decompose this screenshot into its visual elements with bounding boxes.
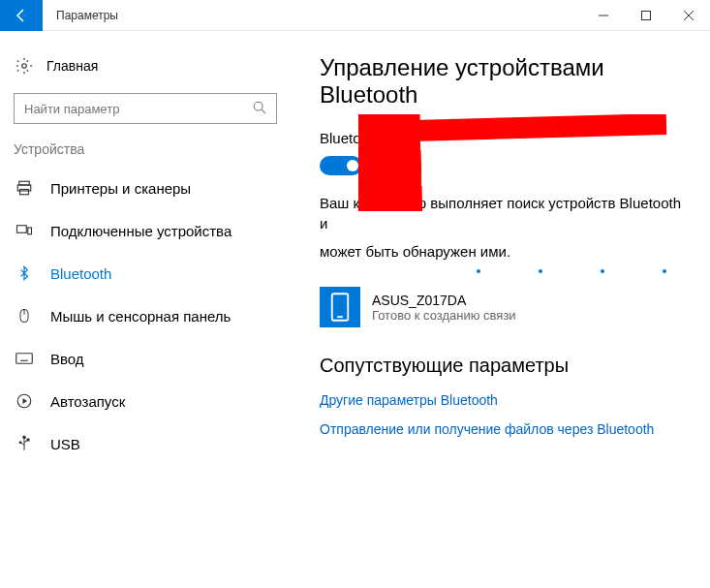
svg-point-4 [22,64,27,69]
sidebar-item-label: Мышь и сенсорная панель [35,308,231,325]
svg-rect-11 [28,228,32,234]
titlebar: Параметры [0,0,710,31]
search-description-1: Ваш компьютер выполняет поиск устройств … [320,193,687,233]
svg-rect-14 [16,354,33,364]
searching-indicator [320,269,687,273]
search-input-wrap[interactable] [14,93,277,124]
sidebar-item-mouse[interactable]: Мышь и сенсорная панель [0,294,291,337]
sidebar-home[interactable]: Главная [0,48,291,83]
bluetooth-toggle-row: Вкл. [320,156,687,175]
window-controls [582,0,710,31]
svg-point-23 [23,436,26,439]
device-name: ASUS_Z017DA [372,293,516,308]
send-receive-link[interactable]: Отправление или получение файлов через B… [320,421,687,437]
printer-icon [14,179,35,197]
sidebar-item-typing[interactable]: Ввод [0,337,291,380]
search-icon [253,101,266,117]
phone-icon [320,287,360,327]
sidebar-group-header: Устройства [0,141,291,167]
device-status: Готово к созданию связи [372,308,516,323]
toggle-state-label: Вкл. [374,158,403,174]
svg-line-6 [262,109,265,113]
usb-icon [14,435,35,452]
sidebar: Главная Устройства Принтеры и сканеры По… [0,31,291,588]
autoplay-icon [14,392,35,410]
sidebar-home-label: Главная [35,58,98,74]
bluetooth-icon [14,265,35,281]
gear-icon [14,57,35,75]
close-button[interactable] [667,0,710,31]
devices-icon [14,222,35,239]
page-title: Управление устройствами Bluetooth [320,54,687,108]
maximize-button[interactable] [625,0,667,31]
sidebar-item-usb[interactable]: USB [0,422,291,465]
bluetooth-toggle[interactable] [320,156,362,175]
svg-rect-1 [642,11,651,19]
svg-point-5 [254,102,262,110]
back-button[interactable] [0,0,43,31]
sidebar-item-label: Принтеры и сканеры [35,180,191,197]
device-item[interactable]: ASUS_Z017DA Готово к созданию связи [320,287,687,327]
svg-point-24 [19,442,21,444]
sidebar-item-autoplay[interactable]: Автозапуск [0,380,291,422]
svg-rect-9 [20,190,29,195]
svg-rect-10 [17,226,27,233]
sidebar-item-label: Автозапуск [35,393,125,410]
more-bluetooth-link[interactable]: Другие параметры Bluetooth [320,392,687,408]
sidebar-item-label: USB [35,436,80,452]
sidebar-item-label: Подключенные устройства [35,223,232,239]
window-title: Параметры [43,9,582,22]
keyboard-icon [14,352,35,365]
main-content: Управление устройствами Bluetooth Blueto… [291,31,710,588]
sidebar-item-printers[interactable]: Принтеры и сканеры [0,167,291,209]
svg-marker-21 [23,398,28,404]
svg-rect-25 [27,439,29,441]
search-description-2: может быть обнаружен ими. [320,241,687,262]
related-settings-title: Сопутствующие параметры [320,355,687,377]
sidebar-item-bluetooth[interactable]: Bluetooth [0,252,291,294]
mouse-icon [14,307,35,325]
sidebar-item-connected[interactable]: Подключенные устройства [0,209,291,252]
sidebar-item-label: Bluetooth [35,265,111,282]
sidebar-item-label: Ввод [35,351,84,367]
search-input[interactable] [24,102,253,116]
minimize-button[interactable] [582,0,625,31]
bluetooth-section-label: Bluetooth [320,130,687,146]
